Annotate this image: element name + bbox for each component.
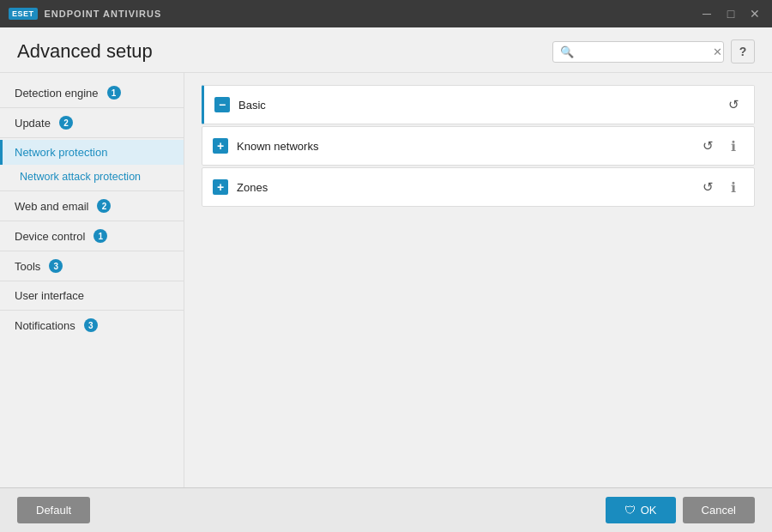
ok-icon: 🛡 [624, 504, 636, 517]
default-button[interactable]: Default [17, 497, 90, 523]
title-bar-left: ESET ENDPOINT ANTIVIRUS [9, 8, 161, 20]
search-clear-button[interactable]: ✕ [713, 45, 722, 58]
ok-button[interactable]: 🛡 OK [606, 497, 676, 523]
main-window: Advanced setup 🔍 ✕ ? Detection engine 1 … [0, 27, 772, 532]
sidebar-item-network-attack-protection[interactable]: Network attack protection [0, 165, 184, 189]
title-bar-controls: ─ □ ✕ [698, 5, 763, 22]
search-icon: 🔍 [560, 45, 574, 58]
badge-web-and-email: 2 [97, 199, 111, 213]
sidebar-label-network-protection: Network protection [15, 146, 107, 159]
sidebar-item-tools[interactable]: Tools 3 [0, 253, 184, 279]
search-input[interactable] [579, 45, 708, 57]
tree-label-zones: Zones [237, 181, 689, 194]
btn-group: 🛡 OK Cancel [606, 497, 755, 523]
badge-device-control: 1 [93, 229, 107, 243]
sidebar-item-device-control[interactable]: Device control 1 [0, 223, 184, 249]
app-title: ENDPOINT ANTIVIRUS [45, 9, 162, 19]
title-bar: ESET ENDPOINT ANTIVIRUS ─ □ ✕ [0, 0, 772, 27]
tree-actions-zones: ↺ ℹ [697, 177, 744, 197]
tree-actions-basic: ↺ [723, 94, 744, 115]
header-right: 🔍 ✕ ? [552, 39, 755, 63]
sidebar-item-user-interface[interactable]: User interface [0, 283, 184, 308]
sidebar-label-notifications: Notifications [15, 319, 75, 332]
help-button[interactable]: ? [731, 39, 755, 63]
sidebar-label-network-attack-protection: Network attack protection [20, 171, 141, 183]
tree-item-known-networks: + Known networks ↺ ℹ [202, 126, 755, 166]
badge-detection-engine: 1 [107, 86, 121, 100]
sidebar-label-user-interface: User interface [15, 289, 84, 302]
divider-7 [0, 310, 184, 311]
cancel-button[interactable]: Cancel [683, 497, 755, 523]
divider-2 [0, 137, 184, 138]
tree-label-known-networks: Known networks [237, 140, 689, 153]
divider-5 [0, 251, 184, 251]
page-title: Advanced setup [17, 40, 153, 63]
sidebar-item-web-and-email[interactable]: Web and email 2 [0, 193, 184, 219]
tree-label-basic: Basic [238, 99, 715, 112]
info-zones-button[interactable]: ℹ [723, 177, 744, 197]
tree-item-zones: + Zones ↺ ℹ [202, 167, 755, 207]
info-known-networks-button[interactable]: ℹ [723, 136, 744, 156]
minimize-button[interactable]: ─ [698, 5, 715, 22]
tree-toggle-zones[interactable]: + [213, 179, 228, 195]
sidebar-label-detection-engine: Detection engine [15, 87, 99, 100]
tree-item-basic: − Basic ↺ [202, 85, 755, 124]
header: Advanced setup 🔍 ✕ ? [0, 27, 772, 73]
divider-6 [0, 281, 184, 281]
eset-logo: ESET [9, 8, 38, 20]
sidebar-item-detection-engine[interactable]: Detection engine 1 [0, 80, 184, 106]
divider-1 [0, 107, 184, 108]
reset-basic-button[interactable]: ↺ [723, 94, 744, 115]
sidebar-label-tools: Tools [15, 260, 40, 273]
sidebar-item-network-protection[interactable]: Network protection [0, 140, 184, 165]
badge-notifications: 3 [84, 318, 98, 332]
tree-toggle-basic[interactable]: − [214, 97, 230, 112]
divider-4 [0, 221, 184, 221]
badge-tools: 3 [49, 259, 63, 273]
sidebar: Detection engine 1 Update 2 Network prot… [0, 73, 184, 487]
reset-zones-button[interactable]: ↺ [697, 177, 718, 197]
badge-update: 2 [59, 116, 73, 130]
bottom-bar: Default 🛡 OK Cancel [0, 487, 772, 532]
content-area: Detection engine 1 Update 2 Network prot… [0, 73, 772, 487]
restore-button[interactable]: □ [722, 5, 739, 22]
sidebar-label-update: Update [15, 117, 51, 130]
tree-actions-known-networks: ↺ ℹ [697, 136, 744, 156]
ok-label: OK [641, 504, 657, 517]
sidebar-label-device-control: Device control [15, 230, 85, 243]
sidebar-item-notifications[interactable]: Notifications 3 [0, 312, 184, 338]
tree-toggle-known-networks[interactable]: + [213, 138, 228, 154]
sidebar-item-update[interactable]: Update 2 [0, 110, 184, 136]
close-button[interactable]: ✕ [746, 5, 763, 22]
main-content: − Basic ↺ + Known networks ↺ ℹ + Zones [184, 73, 772, 487]
divider-3 [0, 190, 184, 191]
search-box: 🔍 ✕ [552, 41, 724, 63]
sidebar-label-web-and-email: Web and email [15, 200, 88, 213]
reset-known-networks-button[interactable]: ↺ [697, 136, 718, 156]
